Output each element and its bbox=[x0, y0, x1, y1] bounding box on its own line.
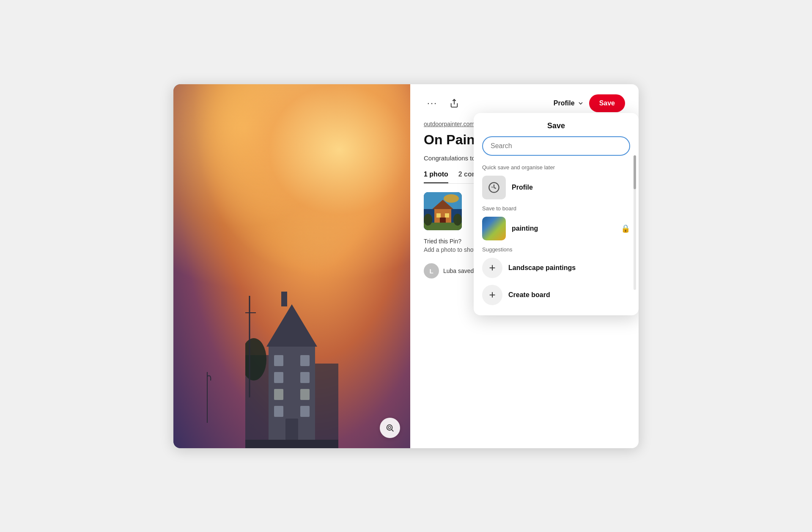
svg-rect-12 bbox=[300, 406, 310, 417]
svg-rect-1 bbox=[313, 364, 338, 448]
svg-point-21 bbox=[388, 426, 391, 429]
svg-rect-10 bbox=[300, 372, 310, 383]
toolbar: ··· Profile Save bbox=[424, 94, 625, 112]
svg-point-33 bbox=[424, 214, 432, 226]
landscape-paintings-label: Landscape paintings bbox=[508, 264, 630, 272]
save-dropdown: Save Quick save and organise later Profi… bbox=[474, 113, 639, 315]
lens-button[interactable] bbox=[380, 418, 400, 438]
building-silhouette bbox=[245, 270, 338, 448]
save-to-board-label: Save to board bbox=[474, 203, 639, 213]
more-options-button[interactable]: ··· bbox=[424, 95, 441, 112]
content-panel: ··· Profile Save outdoorpainter.com On bbox=[410, 84, 639, 448]
svg-line-20 bbox=[392, 430, 393, 431]
create-board-item[interactable]: + Create board bbox=[474, 281, 639, 309]
street-lamp bbox=[203, 372, 211, 423]
pin-card: ··· Profile Save outdoorpainter.com On bbox=[173, 84, 639, 448]
svg-rect-9 bbox=[300, 355, 310, 366]
svg-rect-11 bbox=[300, 389, 310, 400]
painting-board-name: painting bbox=[512, 225, 615, 232]
svg-rect-8 bbox=[274, 406, 283, 417]
save-button[interactable]: Save bbox=[589, 94, 625, 112]
search-box-wrap bbox=[474, 136, 639, 162]
profile-label: Profile bbox=[554, 99, 575, 107]
quick-save-label: Quick save and organise later bbox=[474, 162, 639, 172]
svg-point-19 bbox=[387, 424, 392, 430]
create-board-plus-icon: + bbox=[482, 285, 502, 305]
image-panel bbox=[173, 84, 410, 448]
painting-board-thumb bbox=[482, 217, 506, 240]
svg-rect-5 bbox=[274, 355, 283, 366]
svg-point-34 bbox=[453, 214, 462, 226]
create-board-label: Create board bbox=[508, 291, 630, 299]
svg-rect-7 bbox=[274, 389, 283, 400]
tab-photos[interactable]: 1 photo bbox=[424, 171, 448, 183]
profile-dropdown-button[interactable]: Profile bbox=[554, 99, 584, 107]
scrollbar-track[interactable] bbox=[634, 155, 636, 290]
suggestions-label: Suggestions bbox=[474, 244, 639, 254]
svg-rect-15 bbox=[281, 292, 287, 306]
svg-rect-14 bbox=[245, 440, 338, 448]
painting-board-item[interactable]: painting 🔒 bbox=[474, 213, 639, 244]
profile-thumb bbox=[482, 176, 506, 199]
photo-thumbnail[interactable] bbox=[424, 192, 462, 230]
save-dropdown-title: Save bbox=[474, 121, 639, 130]
landscape-paintings-item[interactable]: + Landscape paintings bbox=[474, 254, 639, 281]
cloud-layer bbox=[173, 84, 410, 303]
profile-board-item[interactable]: Profile bbox=[474, 172, 639, 203]
share-button[interactable] bbox=[446, 95, 463, 112]
svg-rect-30 bbox=[445, 213, 449, 218]
svg-rect-6 bbox=[274, 372, 283, 383]
profile-item-label: Profile bbox=[512, 184, 630, 191]
svg-point-26 bbox=[444, 194, 459, 203]
svg-marker-4 bbox=[266, 304, 317, 347]
board-search-input[interactable] bbox=[482, 136, 630, 156]
svg-rect-29 bbox=[436, 213, 441, 218]
scrollbar-thumb bbox=[634, 155, 636, 189]
lock-icon: 🔒 bbox=[621, 224, 630, 233]
plus-icon: + bbox=[482, 258, 502, 278]
avatar: L bbox=[424, 263, 439, 278]
